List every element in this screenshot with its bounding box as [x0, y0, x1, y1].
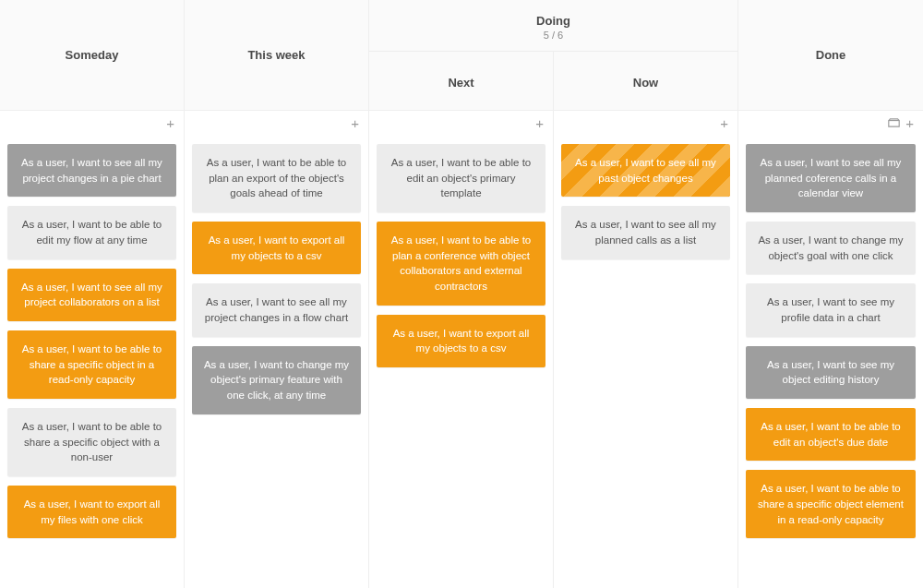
card[interactable]: As a user, I want to be able to edit an … — [746, 408, 916, 461]
card[interactable]: As a user, I want to be able to plan an … — [192, 144, 361, 212]
cards-someday: As a user, I want to see all my project … — [0, 135, 184, 588]
subcolumn-header-next: Next — [369, 52, 554, 110]
card[interactable]: As a user, I want to be able to share a … — [7, 408, 176, 476]
card[interactable]: As a user, I want to be able to share a … — [746, 470, 916, 538]
column-title: This week — [247, 48, 305, 62]
cards-this-week: As a user, I want to be able to plan an … — [185, 135, 368, 588]
subcolumn-now: + As a user, I want to see all my past o… — [554, 111, 737, 588]
subcolumn-next: + As a user, I want to be able to edit a… — [369, 111, 554, 588]
card[interactable]: As a user, I want to see all my past obj… — [561, 144, 730, 197]
column-header-done: Done — [738, 0, 923, 111]
card[interactable]: As a user, I want to export all my files… — [7, 486, 176, 538]
add-row-now: + — [554, 111, 737, 135]
card[interactable]: As a user, I want to change my object's … — [746, 222, 916, 274]
column-title: Doing — [536, 14, 570, 28]
kanban-board: Someday + As a user, I want to see all m… — [0, 0, 923, 588]
card[interactable]: As a user, I want to be able to plan a c… — [377, 222, 545, 306]
card[interactable]: As a user, I want to see all my project … — [7, 144, 176, 197]
card[interactable]: As a user, I want to export all my objec… — [377, 315, 545, 367]
column-wip-count: 5 / 6 — [544, 30, 563, 41]
card[interactable]: As a user, I want to see my object editi… — [746, 346, 916, 399]
subcolumn-title: Now — [633, 76, 658, 90]
column-done: Done + As a user, I want to see all my p… — [738, 0, 923, 588]
add-row-this-week: + — [185, 111, 368, 135]
column-header-this-week: This week — [185, 0, 368, 111]
column-title: Done — [816, 48, 846, 62]
card[interactable]: As a user, I want to see my profile data… — [746, 283, 916, 336]
add-card-button[interactable]: + — [905, 116, 914, 130]
cards-done: As a user, I want to see all my planned … — [738, 135, 923, 588]
card[interactable]: As a user, I want to be able to edit my … — [7, 206, 176, 258]
card[interactable]: As a user, I want to see all my planned … — [746, 144, 916, 212]
cards-next: As a user, I want to be able to edit an … — [369, 135, 553, 588]
column-this-week: This week + As a user, I want to be able… — [185, 0, 369, 588]
add-card-button[interactable]: + — [720, 116, 728, 130]
column-doing: Doing 5 / 6 Next Now + As a user, I want… — [369, 0, 738, 588]
card[interactable]: As a user, I want to change my object's … — [192, 346, 361, 414]
card[interactable]: As a user, I want to see all my project … — [192, 283, 361, 336]
add-card-button[interactable]: + — [166, 116, 174, 130]
card[interactable]: As a user, I want to export all my objec… — [192, 222, 361, 274]
add-row-next: + — [369, 111, 553, 135]
subcolumn-title: Next — [448, 76, 473, 90]
card[interactable]: As a user, I want to be able to edit an … — [377, 144, 545, 212]
add-row-someday: + — [0, 111, 184, 135]
column-header-someday: Someday — [0, 0, 184, 111]
column-header-doing: Doing 5 / 6 Next Now — [369, 0, 737, 111]
add-card-button[interactable]: + — [351, 116, 359, 130]
card[interactable]: As a user, I want to see all my planned … — [561, 206, 730, 258]
card[interactable]: As a user, I want to be able to share a … — [7, 330, 176, 399]
archive-icon[interactable] — [888, 118, 900, 127]
add-row-done: + — [738, 111, 923, 135]
column-title: Someday — [66, 48, 119, 62]
add-card-button[interactable]: + — [535, 116, 544, 130]
subcolumn-header-now: Now — [554, 52, 737, 110]
cards-now: As a user, I want to see all my past obj… — [554, 135, 737, 588]
card[interactable]: As a user, I want to see all my project … — [7, 269, 176, 321]
column-someday: Someday + As a user, I want to see all m… — [0, 0, 185, 588]
